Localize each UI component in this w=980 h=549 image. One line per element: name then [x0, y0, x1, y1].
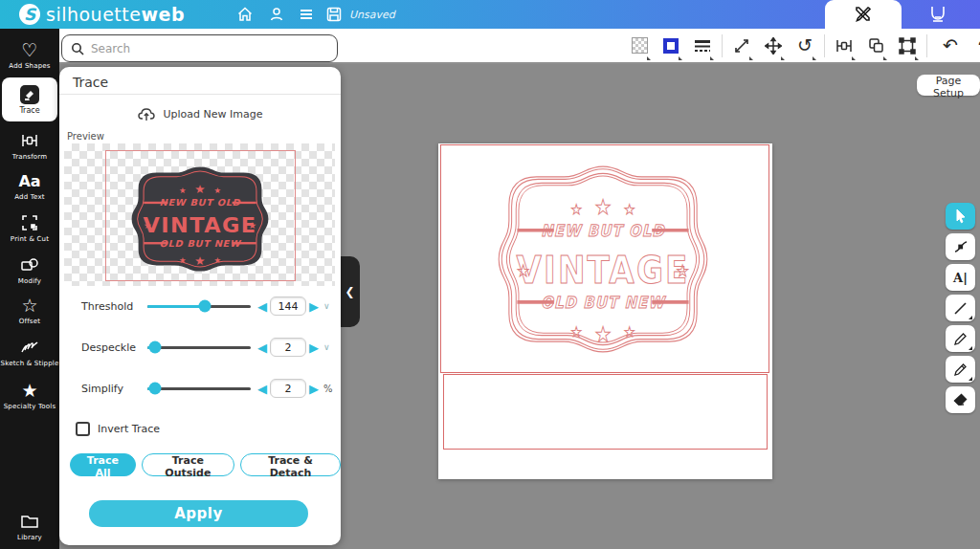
threshold-slider-thumb[interactable] [199, 300, 212, 313]
simplify-suffix: % [323, 384, 333, 394]
silhouette-logo-icon: S [19, 4, 40, 25]
despeckle-value[interactable]: 2 [270, 338, 306, 357]
toolbar-divider [824, 34, 825, 57]
scribble-icon [20, 338, 39, 357]
duplicate-icon[interactable] [866, 36, 885, 55]
badge-word: VINTAGE [517, 249, 690, 293]
point-edit-tool[interactable] [946, 233, 975, 260]
simplify-decrement[interactable]: ◀ [257, 383, 267, 395]
design-page[interactable]: ★ ★ ★ NEW BUT OLD ★ VINTAGE ★ OLD BUT NE… [438, 143, 772, 479]
invert-trace-label: Invert Trace [98, 423, 160, 435]
save-icon[interactable] [324, 5, 344, 24]
trace-detach-button[interactable]: Trace & Detach [240, 453, 341, 476]
badge-line1: NEW BUT OLD [160, 197, 241, 208]
line-style-icon[interactable] [693, 36, 712, 55]
line-tool[interactable] [946, 295, 975, 321]
threshold-decrement[interactable]: ◀ [257, 300, 267, 313]
design-tools-icon [853, 4, 874, 25]
simplify-increment[interactable]: ▶ [309, 383, 319, 395]
badge-star: ★ [571, 201, 582, 217]
trace-preview-area[interactable]: ★ ★ ★ NEW BUT OLD ★ VINTAGE ★ OLD BUT NE… [64, 143, 335, 286]
simplify-label: Simplify [59, 383, 129, 395]
rotate-icon[interactable]: ↺ [795, 36, 814, 55]
panel-collapse-handle[interactable]: ❮ [340, 256, 360, 327]
unsaved-status: Unsaved [349, 9, 395, 21]
badge-line3: OLD BUT NEW [541, 293, 667, 312]
line-color-icon[interactable] [661, 36, 680, 55]
badge-star: ★ [213, 255, 221, 265]
simplify-slider[interactable] [147, 387, 251, 390]
despeckle-label: Despeckle [59, 341, 129, 354]
badge-star: ★ [594, 195, 611, 219]
simplify-slider-thumb[interactable] [148, 383, 161, 395]
pencil-tool[interactable] [946, 325, 975, 352]
line-segment-icon[interactable] [732, 36, 751, 55]
despeckle-slider[interactable] [147, 346, 251, 349]
menu-icon[interactable] [297, 5, 316, 24]
fill-transparent-icon[interactable] [630, 36, 649, 55]
despeckle-decrement[interactable]: ◀ [257, 341, 267, 354]
account-icon[interactable] [267, 5, 286, 24]
despeckle-increment[interactable]: ▶ [309, 341, 319, 354]
marker-tool[interactable] [946, 356, 975, 383]
text-tool[interactable]: A| [946, 264, 975, 291]
despeckle-suffix[interactable]: ∨ [323, 342, 330, 352]
sidebar-item-transform[interactable]: Transform [0, 131, 59, 161]
threshold-value[interactable]: 144 [270, 296, 306, 316]
folder-icon [20, 512, 39, 531]
toolbar-divider [926, 34, 927, 57]
invert-trace-checkbox[interactable] [76, 422, 90, 436]
search-box[interactable] [61, 34, 338, 62]
sidebar-item-library[interactable]: Library [0, 512, 59, 541]
threshold-increment[interactable]: ▶ [309, 300, 319, 313]
invert-trace-row: Invert Trace [76, 422, 160, 436]
design-tab[interactable] [825, 0, 902, 29]
eraser-tool[interactable] [946, 386, 975, 413]
threshold-slider[interactable] [147, 305, 251, 308]
spacing-icon[interactable] [835, 36, 854, 55]
redo-icon[interactable]: ↷ [976, 36, 980, 55]
cloud-upload-icon [138, 107, 155, 121]
sidebar-item-print-cut[interactable]: Print & Cut [0, 213, 59, 243]
apply-button[interactable]: Apply [89, 500, 308, 527]
sidebar-item-add-shapes[interactable]: ♡ Add Shapes [0, 40, 59, 70]
send-tab-icon[interactable] [926, 4, 949, 27]
panel-divider [59, 94, 341, 95]
simplify-slider-row: Simplify ◀ 2 ▶ % [59, 378, 341, 399]
threshold-label: Threshold [59, 300, 129, 313]
sidebar-item-add-text[interactable]: Aa Add Text [0, 171, 59, 201]
home-icon[interactable] [235, 5, 255, 24]
toolbar-divider [722, 34, 723, 57]
sidebar-item-modify[interactable]: Modify [0, 255, 59, 285]
sidebar-item-specialty-tools[interactable]: ★ Specialty Tools [0, 381, 59, 410]
app-window: S silhouetteweb Unsaved [0, 0, 980, 549]
badge-star: ★ [624, 323, 635, 340]
sidebar-item-trace[interactable]: Trace [2, 77, 57, 121]
despeckle-slider-thumb[interactable] [148, 341, 161, 354]
transform-handles-icon[interactable] [898, 36, 917, 55]
undo-icon[interactable]: ↶ [941, 36, 960, 55]
trace-all-button[interactable]: Trace All [70, 453, 136, 476]
badge-star: ★ [624, 201, 635, 217]
sliders-icon [20, 131, 39, 150]
badge-star: ★ [179, 186, 187, 195]
sidebar-item-offset[interactable]: ☆ Offset [0, 296, 59, 325]
trace-region-rect-lower[interactable] [443, 374, 768, 450]
move-icon[interactable] [764, 36, 783, 55]
threshold-suffix[interactable]: ∨ [323, 301, 330, 311]
preview-label: Preview [67, 131, 104, 142]
overlapping-shapes-icon [20, 255, 39, 274]
badge-star: ★ [571, 323, 582, 340]
top-bar: S silhouetteweb Unsaved [0, 0, 980, 29]
sidebar-item-sketch-stipple[interactable]: Sketch & Stipple [0, 338, 59, 367]
page-setup-button[interactable]: Page Setup [917, 75, 980, 96]
traced-vintage-badge[interactable]: ★ ★ ★ NEW BUT OLD ★ VINTAGE ★ OLD BUT NE… [480, 161, 725, 358]
brand-logo[interactable]: S silhouetteweb [19, 4, 185, 25]
trace-outside-button[interactable]: Trace Outside [142, 453, 234, 476]
simplify-value[interactable]: 2 [270, 379, 306, 398]
select-tool[interactable] [946, 203, 975, 230]
brand-name: silhouetteweb [46, 4, 185, 25]
upload-new-image-button[interactable]: Upload New Image [59, 101, 341, 126]
badge-star: ★ [179, 255, 187, 265]
search-input[interactable] [91, 42, 311, 55]
